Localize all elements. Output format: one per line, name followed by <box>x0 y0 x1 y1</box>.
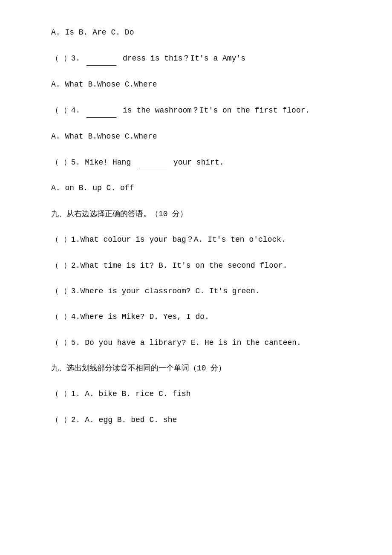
nine-b-q1: （ ）1. A. bike B. rice C. fish <box>51 387 341 401</box>
section-nine-a-label: 九、从右边选择正确的答语。（10 分） <box>51 210 187 218</box>
section-nine-a-header: 九、从右边选择正确的答语。（10 分） <box>51 207 341 221</box>
options-text-4: A. on B. up C. off <box>51 184 134 192</box>
nine-a-q3-text: （ ）3.Where is your classroom? C. It's gr… <box>51 287 260 295</box>
nine-a-q5: （ ）5. Do you have a library? E. He is in… <box>51 336 341 350</box>
q3-bracket: （ ）3. <box>51 54 85 63</box>
nine-a-q4: （ ）4.Where is Mike? D. Yes, I do. <box>51 310 341 324</box>
q5-blank <box>137 155 167 169</box>
options-line-2: A. What B.Whose C.Where <box>51 78 341 91</box>
nine-a-q3: （ ）3.Where is your classroom? C. It's gr… <box>51 284 341 298</box>
options-text-2: A. What B.Whose C.Where <box>51 80 157 89</box>
nine-a-q1-text: （ ）1.What colour is your bag？A. It's ten… <box>51 235 286 244</box>
options-text-1: A. Is B. Are C. Do <box>51 28 134 37</box>
question-4: （ ）4. is the washroom？It's on the first … <box>51 103 341 117</box>
options-line-1: A. Is B. Are C. Do <box>51 26 341 39</box>
q4-text: is the washroom？It's on the first floor. <box>118 106 310 115</box>
q4-blank <box>86 103 116 117</box>
nine-b-q2: （ ）2. A. egg B. bed C. she <box>51 413 341 427</box>
q5-text: your shirt. <box>169 158 224 167</box>
nine-a-q2-text: （ ）2.What time is it? B. It's on the sec… <box>51 261 287 270</box>
nine-b-q1-text: （ ）1. A. bike B. rice C. fish <box>51 390 191 398</box>
question-5: （ ）5. Mike! Hang your shirt. <box>51 155 341 169</box>
q5-bracket: （ ）5. Mike! Hang <box>51 158 135 167</box>
question-3: （ ）3. dress is this？It's a Amy's <box>51 51 341 65</box>
options-line-3: A. What B.Whose C.Where <box>51 130 341 143</box>
nine-a-q4-text: （ ）4.Where is Mike? D. Yes, I do. <box>51 312 209 321</box>
nine-a-q1: （ ）1.What colour is your bag？A. It's ten… <box>51 233 341 246</box>
section-nine-b-label: 九、选出划线部分读音不相同的一个单词（10 分） <box>51 364 226 373</box>
q4-bracket: （ ）4. <box>51 106 85 115</box>
q3-blank <box>86 51 116 65</box>
options-line-4: A. on B. up C. off <box>51 181 341 195</box>
q3-text: dress is this？It's a Amy's <box>118 54 245 63</box>
nine-b-q2-text: （ ）2. A. egg B. bed C. she <box>51 416 177 424</box>
page-content: A. Is B. Are C. Do （ ）3. dress is this？I… <box>51 26 341 427</box>
options-text-3: A. What B.Whose C.Where <box>51 132 157 141</box>
section-nine-b-header: 九、选出划线部分读音不相同的一个单词（10 分） <box>51 361 341 375</box>
nine-a-q2: （ ）2.What time is it? B. It's on the sec… <box>51 259 341 272</box>
nine-a-q5-text: （ ）5. Do you have a library? E. He is in… <box>51 338 301 347</box>
